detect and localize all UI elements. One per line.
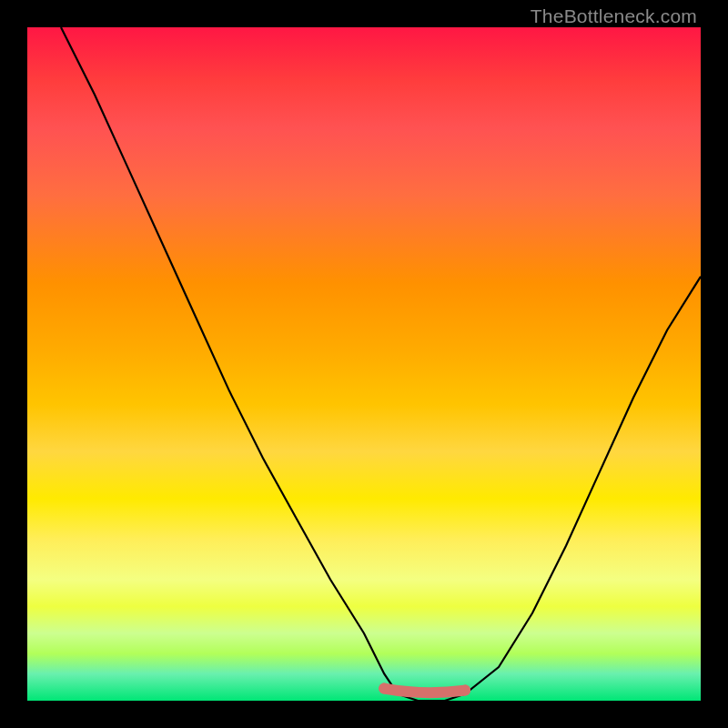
bottleneck-curve <box>27 27 701 701</box>
curve-line <box>61 27 701 701</box>
chart-container: TheBottleneck.com <box>0 0 728 728</box>
plot-area <box>27 27 701 701</box>
optimal-end-marker <box>460 685 470 696</box>
optimal-start-marker <box>379 683 389 694</box>
watermark-text: TheBottleneck.com <box>531 5 697 27</box>
optimal-region <box>384 689 465 693</box>
